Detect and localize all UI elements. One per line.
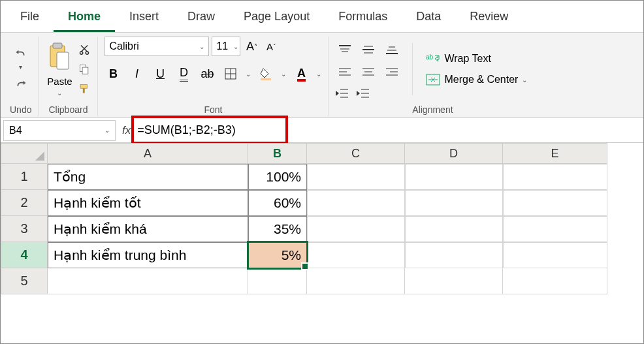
- cell-A1[interactable]: Tổng: [48, 164, 248, 190]
- col-header-D[interactable]: D: [405, 143, 503, 164]
- cell-B1[interactable]: 100%: [248, 164, 307, 190]
- col-header-A[interactable]: A: [48, 143, 248, 164]
- double-underline-button[interactable]: D: [175, 65, 192, 82]
- cell-E4[interactable]: [503, 242, 607, 268]
- borders-button[interactable]: [222, 65, 239, 82]
- decrease-indent-icon[interactable]: [335, 88, 348, 99]
- fx-icon[interactable]: fx: [118, 124, 135, 137]
- group-label-alignment: Alignment: [412, 102, 453, 116]
- merge-center-button[interactable]: Merge & Center ⌄: [423, 72, 530, 87]
- increase-indent-icon[interactable]: [356, 88, 369, 99]
- bold-button[interactable]: B: [105, 65, 121, 82]
- cell-B2[interactable]: 60%: [248, 190, 307, 216]
- tab-formulas[interactable]: Formulas: [324, 5, 402, 32]
- cell-D1[interactable]: [405, 164, 503, 190]
- group-alignment: ab Wrap Text Merge & Center ⌄ Alignment: [329, 37, 536, 116]
- formula-input[interactable]: =SUM(B1;-B2;-B3): [135, 121, 643, 140]
- font-size-select[interactable]: 11⌄: [212, 37, 240, 56]
- increase-font-icon[interactable]: A˄: [243, 38, 260, 55]
- cell-B5[interactable]: [248, 268, 307, 294]
- cell-C2[interactable]: [307, 190, 405, 216]
- col-header-B[interactable]: B: [248, 143, 307, 164]
- cell-A2[interactable]: Hạnh kiểm tốt: [48, 190, 248, 216]
- row-header-1[interactable]: 1: [1, 164, 48, 190]
- cell-D2[interactable]: [405, 190, 503, 216]
- align-center-icon[interactable]: [359, 62, 378, 82]
- cell-D4[interactable]: [405, 242, 503, 268]
- align-left-icon[interactable]: [335, 62, 355, 82]
- underline-button[interactable]: U: [152, 65, 169, 82]
- cell-B3[interactable]: 35%: [248, 216, 307, 242]
- chevron-down-icon: ⌄: [233, 43, 238, 50]
- svg-rect-7: [81, 84, 88, 88]
- tab-file[interactable]: File: [6, 5, 54, 32]
- group-label-clipboard: Clipboard: [49, 102, 88, 116]
- tab-draw[interactable]: Draw: [173, 5, 229, 32]
- cell-E3[interactable]: [503, 216, 607, 242]
- align-top-icon[interactable]: [335, 40, 355, 59]
- row-header-4[interactable]: 4: [1, 242, 48, 268]
- cell-B4[interactable]: 5%: [248, 242, 307, 268]
- chevron-down-icon[interactable]: ⌄: [281, 70, 286, 78]
- tab-insert[interactable]: Insert: [115, 5, 173, 32]
- font-color-button[interactable]: A: [293, 65, 310, 82]
- tab-page-layout[interactable]: Page Layout: [229, 5, 324, 32]
- tab-data[interactable]: Data: [402, 5, 455, 32]
- tab-review[interactable]: Review: [455, 5, 523, 32]
- chevron-down-icon[interactable]: ▾: [19, 63, 22, 70]
- row-header-2[interactable]: 2: [1, 190, 48, 216]
- group-label-font: Font: [204, 102, 222, 116]
- group-font: Calibri⌄ 11⌄ A˄ A˅ B I U D ab ⌄ ⌄ A⌄ Fon…: [98, 37, 329, 116]
- svg-point-4: [86, 52, 89, 54]
- cell-E2[interactable]: [503, 190, 607, 216]
- paste-button[interactable]: Paste ⌄: [45, 40, 74, 98]
- col-header-E[interactable]: E: [503, 143, 607, 164]
- row-header-5[interactable]: 5: [1, 268, 48, 294]
- cell-C3[interactable]: [307, 216, 405, 242]
- fill-color-button[interactable]: [257, 65, 274, 82]
- italic-button[interactable]: I: [128, 65, 145, 82]
- svg-rect-8: [83, 88, 85, 93]
- cell-A3[interactable]: Hạnh kiểm khá: [48, 216, 248, 242]
- align-bottom-icon[interactable]: [382, 40, 402, 59]
- chevron-down-icon: ⌄: [522, 76, 527, 84]
- cut-icon[interactable]: [78, 43, 91, 56]
- name-box[interactable]: B4⌄: [3, 120, 116, 141]
- align-middle-icon[interactable]: [359, 40, 378, 59]
- cell-D5[interactable]: [405, 268, 503, 294]
- cell-A4[interactable]: Hạnh kiểm trung bình: [48, 242, 248, 268]
- chevron-down-icon[interactable]: ⌄: [57, 89, 62, 97]
- font-name-select[interactable]: Calibri⌄: [105, 37, 209, 56]
- paste-label: Paste: [47, 76, 72, 87]
- redo-icon[interactable]: [14, 78, 27, 91]
- cell-C4[interactable]: [307, 242, 405, 268]
- copy-icon[interactable]: [78, 63, 91, 76]
- select-all-corner[interactable]: [1, 143, 48, 164]
- cell-E1[interactable]: [503, 164, 607, 190]
- formula-bar: B4⌄ fx =SUM(B1;-B2;-B3): [1, 118, 643, 143]
- chevron-down-icon: ⌄: [199, 43, 204, 50]
- chevron-down-icon[interactable]: ⌄: [316, 70, 321, 78]
- wrap-text-button[interactable]: ab Wrap Text: [423, 52, 493, 66]
- group-undo: ▾ Undo: [3, 37, 39, 116]
- chevron-down-icon[interactable]: ⌄: [246, 70, 251, 78]
- spreadsheet-grid: A B C D E 1 Tổng 100% 2 Hạnh kiểm tốt 60…: [1, 143, 643, 294]
- cell-A5[interactable]: [48, 268, 248, 294]
- decrease-font-icon[interactable]: A˅: [263, 38, 280, 55]
- cell-C5[interactable]: [307, 268, 405, 294]
- ribbon: ▾ Undo Paste ⌄ Clipboard Calibri⌄ 11⌄: [1, 32, 643, 118]
- svg-rect-12: [261, 78, 271, 80]
- cell-E5[interactable]: [503, 268, 607, 294]
- svg-text:ab: ab: [426, 54, 434, 61]
- chevron-down-icon: ⌄: [105, 127, 110, 134]
- cell-D3[interactable]: [405, 216, 503, 242]
- group-clipboard: Paste ⌄ Clipboard: [39, 37, 98, 116]
- strikethrough-button[interactable]: ab: [199, 65, 216, 82]
- cell-C1[interactable]: [307, 164, 405, 190]
- row-header-3[interactable]: 3: [1, 216, 48, 242]
- align-right-icon[interactable]: [382, 62, 402, 82]
- format-painter-icon[interactable]: [78, 82, 91, 95]
- col-header-C[interactable]: C: [307, 143, 405, 164]
- undo-icon[interactable]: [14, 48, 27, 61]
- tab-home[interactable]: Home: [54, 5, 115, 32]
